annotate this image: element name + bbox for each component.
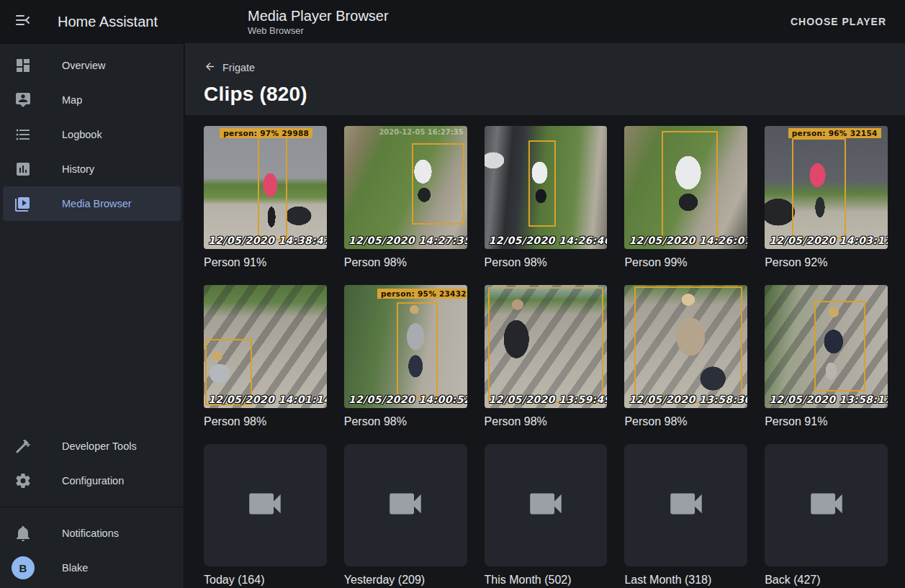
clip-timestamp: 12/05/2020 13:59:49 [489, 394, 608, 405]
clip-label: Person 98% [624, 415, 747, 428]
clip-label: Person 98% [485, 256, 608, 269]
hammer-icon [14, 438, 32, 455]
clip-timestamp: 12/05/2020 14:27:35 [348, 235, 467, 246]
folder-thumbnail[interactable] [344, 444, 467, 567]
clip-timestamp: 12/05/2020 14:26:07 [629, 235, 747, 246]
page-heading: Clips (820) [204, 83, 888, 106]
folder-label: Last Month (318) [624, 574, 747, 587]
choose-player-button[interactable]: CHOOSE PLAYER [783, 10, 893, 33]
sidebar-item-notifications[interactable]: Notifications [3, 516, 181, 551]
video-camera-icon [525, 483, 567, 528]
sidebar-item-label: Overview [62, 60, 105, 71]
clip-item[interactable]: 12/05/2020 14:26:07 Person 99% [624, 126, 747, 269]
detection-bounding-box [397, 302, 437, 398]
clip-timestamp: 12/05/2020 14:03:17 [769, 235, 888, 246]
media-browser-panel: Frigate Clips (820) person: 97% 29988 12… [185, 43, 905, 588]
clip-item[interactable]: 12/05/2020 13:59:49 Person 98% [485, 285, 608, 428]
clip-thumbnail[interactable]: 12/05/2020 14:26:46 [485, 126, 608, 249]
folder-thumbnail[interactable] [485, 444, 608, 567]
clip-label: Person 91% [765, 415, 888, 428]
clip-thumbnail[interactable]: 2020-12-05 16:27:35 12/05/2020 14:27:35 [344, 126, 467, 249]
clip-thumbnail[interactable]: person: 95% 23432 12/05/2020 14:00:52 [344, 285, 467, 408]
detection-tag: person: 96% 32154 [788, 128, 881, 138]
bell-icon [14, 525, 32, 542]
media-browser-header: Frigate Clips (820) [185, 43, 905, 115]
clip-timestamp: 12/05/2020 13:58:30 [629, 394, 747, 405]
clip-item[interactable]: person: 96% 32154 12/05/2020 14:03:17 Pe… [765, 126, 888, 269]
clip-label: Person 92% [765, 256, 888, 269]
clip-thumbnail[interactable]: 12/05/2020 14:01:14 [204, 285, 327, 408]
arrow-left-icon [204, 60, 222, 75]
play-box-multiple-icon [14, 195, 32, 212]
folder-label: Today (164) [204, 574, 327, 587]
video-camera-icon [244, 483, 286, 528]
detection-bounding-box [258, 135, 287, 240]
clip-item[interactable]: person: 97% 29988 12/05/2020 14:38:47 Pe… [204, 126, 327, 269]
sidebar-item-label: Developer Tools [62, 440, 137, 452]
detection-tag: person: 97% 29988 [220, 128, 312, 138]
sidebar: Overview Map Logbook History Media Brows… [0, 43, 184, 588]
clip-item[interactable]: 2020-12-05 16:27:35 12/05/2020 14:27:35 … [344, 126, 467, 269]
app-header: Home Assistant Media Player Browser Web … [0, 0, 905, 43]
clip-thumbnail[interactable]: 12/05/2020 13:58:30 [624, 285, 747, 408]
clip-timestamp: 12/05/2020 14:00:52 [348, 394, 467, 405]
page-title: Media Player Browser [248, 7, 389, 24]
sidebar-item-developer-tools[interactable]: Developer Tools [3, 429, 181, 463]
media-grid: person: 97% 29988 12/05/2020 14:38:47 Pe… [185, 115, 905, 588]
sidebar-item-configuration[interactable]: Configuration [3, 463, 181, 498]
sidebar-divider [0, 507, 184, 507]
clip-label: Person 98% [204, 415, 327, 428]
folder-item-this-month[interactable]: This Month (502) [485, 444, 608, 587]
clip-item[interactable]: 12/05/2020 14:26:46 Person 98% [485, 126, 608, 269]
clip-item[interactable]: 12/05/2020 13:58:30 Person 98% [624, 285, 747, 428]
sidebar-item-logbook[interactable]: Logbook [3, 117, 181, 152]
sidebar-item-label: Media Browser [62, 198, 132, 209]
camera-osd-text: 2020-12-05 16:27:35 [379, 128, 463, 136]
sidebar-toggle-button[interactable] [6, 4, 40, 39]
clip-item[interactable]: person: 95% 23432 12/05/2020 14:00:52 Pe… [344, 285, 467, 428]
clip-timestamp: 12/05/2020 14:01:14 [208, 394, 327, 405]
sidebar-item-overview[interactable]: Overview [3, 48, 181, 83]
detection-bounding-box [662, 131, 719, 244]
detection-bounding-box [528, 140, 556, 227]
video-camera-icon [384, 483, 426, 528]
breadcrumb-label: Frigate [222, 62, 255, 73]
sidebar-item-label: Logbook [62, 129, 102, 140]
folder-label: Yesterday (209) [344, 574, 467, 587]
sidebar-item-history[interactable]: History [3, 152, 181, 186]
video-camera-icon [665, 483, 707, 528]
folder-thumbnail[interactable] [624, 444, 747, 567]
clip-label: Person 99% [624, 256, 747, 269]
clip-label: Person 98% [344, 256, 467, 269]
page-subtitle: Web Browser [248, 24, 389, 37]
sidebar-item-map[interactable]: Map [3, 83, 181, 117]
video-camera-icon [806, 483, 847, 528]
user-name: Blake [62, 562, 88, 574]
folder-item-today[interactable]: Today (164) [204, 444, 327, 587]
clip-item[interactable]: 12/05/2020 13:58:17 Person 91% [765, 285, 888, 428]
folder-item-back[interactable]: Back (427) [765, 444, 888, 587]
clip-thumbnail[interactable]: person: 96% 32154 12/05/2020 14:03:17 [765, 126, 888, 249]
clip-item[interactable]: 12/05/2020 14:01:14 Person 98% [204, 285, 327, 428]
clip-label: Person 98% [344, 415, 467, 428]
folder-item-last-month[interactable]: Last Month (318) [624, 444, 747, 587]
detection-bounding-box [792, 138, 846, 239]
clip-thumbnail[interactable]: 12/05/2020 13:58:17 [765, 285, 888, 408]
breadcrumb-back[interactable]: Frigate [204, 60, 888, 75]
clip-timestamp: 12/05/2020 13:58:17 [769, 394, 888, 405]
sidebar-item-media-browser[interactable]: Media Browser [3, 186, 181, 221]
clip-thumbnail[interactable]: 12/05/2020 14:26:07 [624, 126, 747, 249]
sidebar-item-user-profile[interactable]: B Blake [3, 551, 181, 585]
detection-bounding-box [814, 301, 866, 392]
detection-bounding-box [488, 287, 604, 403]
detection-tag: person: 95% 23432 [377, 289, 467, 299]
clip-timestamp: 12/05/2020 14:38:47 [208, 235, 327, 246]
clip-thumbnail[interactable]: person: 97% 29988 12/05/2020 14:38:47 [204, 126, 327, 249]
folder-thumbnail[interactable] [765, 444, 888, 567]
sidebar-item-label: Configuration [62, 475, 124, 487]
view-dashboard-icon [14, 57, 32, 74]
folder-item-yesterday[interactable]: Yesterday (209) [344, 444, 467, 587]
avatar: B [12, 556, 35, 579]
clip-thumbnail[interactable]: 12/05/2020 13:59:49 [485, 285, 608, 408]
folder-thumbnail[interactable] [204, 444, 327, 567]
